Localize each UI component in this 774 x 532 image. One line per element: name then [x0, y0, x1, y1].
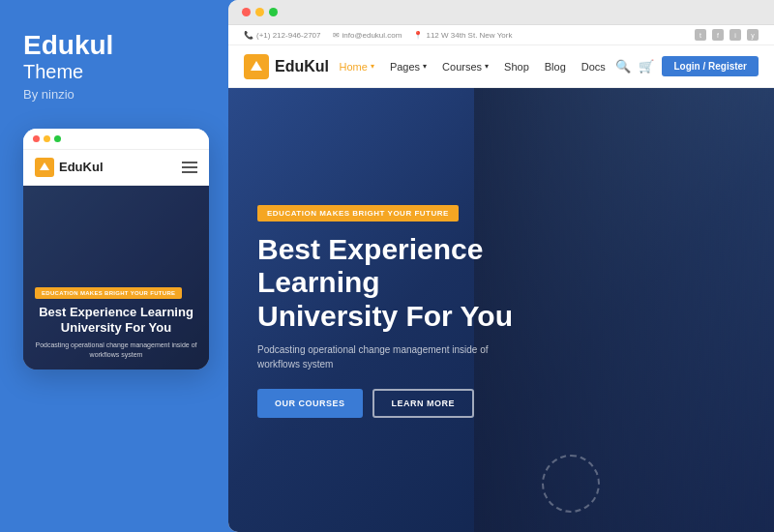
location-icon: 📍: [413, 31, 423, 40]
theme-author: By ninzio: [23, 87, 199, 102]
browser-dot-red: [242, 8, 251, 16]
nav-links: Home ▾ Pages ▾ Courses ▾ Shop Blog: [340, 61, 606, 73]
phone-icon: 📞: [244, 31, 253, 40]
instagram-icon[interactable]: i: [729, 29, 741, 41]
svg-marker-0: [40, 163, 49, 170]
infobar-right: t f i y: [695, 29, 759, 41]
phone-text: (+1) 212-946-2707: [256, 31, 321, 40]
desktop-hero: EDUCATION MAKES BRIGHT YOUR FUTURE Best …: [228, 88, 774, 532]
browser-dot-yellow: [255, 8, 264, 16]
hamburger-icon[interactable]: [182, 162, 197, 173]
mobile-logo-icon: [35, 158, 54, 177]
theme-subtitle: Theme: [23, 61, 199, 83]
infobar-phone: 📞 (+1) 212-946-2707: [244, 31, 321, 40]
desktop-content: 📞 (+1) 212-946-2707 ✉ info@edukul.com 📍 …: [228, 25, 774, 532]
nav-docs[interactable]: Docs: [581, 61, 606, 73]
left-panel: Edukul Theme By ninzio EduKul: [0, 0, 223, 532]
browser-topbar: [228, 0, 774, 25]
address-text: 112 W 34th St. New York: [426, 31, 512, 40]
theme-name: Edukul: [23, 31, 199, 61]
learn-more-button[interactable]: LEARN MORE: [372, 389, 475, 418]
desktop-infobar: 📞 (+1) 212-946-2707 ✉ info@edukul.com 📍 …: [228, 25, 774, 45]
mobile-logo: EduKul: [35, 158, 104, 177]
mobile-hero: EDUCATION MAKES BRIGHT YOUR FUTURE Best …: [23, 186, 209, 369]
hero-subtitle: Podcasting operational change management…: [257, 342, 528, 371]
nav-actions: 🔍 🛒 Login / Register: [615, 56, 759, 76]
mobile-nav: EduKul: [23, 150, 209, 186]
infobar-address: 📍 112 W 34th St. New York: [413, 31, 512, 40]
our-courses-button[interactable]: OUR COURSES: [257, 389, 363, 418]
mobile-mockup: EduKul EDUCATION MAKES BRIGHT YOUR FUTUR…: [23, 129, 209, 369]
hamburger-line-3: [182, 171, 197, 173]
nav-home[interactable]: Home ▾: [340, 61, 374, 73]
facebook-icon[interactable]: f: [712, 29, 724, 41]
hero-decorative-circle: [542, 455, 600, 513]
hero-content: EDUCATION MAKES BRIGHT YOUR FUTURE Best …: [228, 183, 577, 438]
desktop-nav: EduKul Home ▾ Pages ▾ Courses ▾ Shop: [228, 45, 774, 88]
mobile-window-dots: [33, 135, 61, 142]
nav-pages[interactable]: Pages ▾: [390, 61, 427, 73]
dot-red: [33, 135, 40, 142]
infobar-email: ✉ info@edukul.com: [333, 31, 402, 40]
nav-shop[interactable]: Shop: [504, 61, 529, 73]
mobile-badge: EDUCATION MAKES BRIGHT YOUR FUTURE: [35, 287, 182, 299]
chevron-down-icon: ▾: [423, 62, 427, 71]
hamburger-line-2: [182, 166, 197, 168]
desktop-logo-text: EduKul: [275, 58, 329, 75]
login-register-button[interactable]: Login / Register: [662, 56, 759, 76]
cart-icon[interactable]: 🛒: [639, 59, 654, 74]
nav-blog[interactable]: Blog: [545, 61, 566, 73]
twitter-icon[interactable]: t: [695, 29, 706, 41]
chevron-down-icon: ▾: [371, 62, 374, 71]
youtube-icon[interactable]: y: [747, 29, 759, 41]
right-panel: 📞 (+1) 212-946-2707 ✉ info@edukul.com 📍 …: [228, 0, 774, 532]
nav-courses[interactable]: Courses ▾: [442, 61, 489, 73]
hero-badge: EDUCATION MAKES BRIGHT YOUR FUTURE: [257, 205, 459, 222]
hero-title: Best Experience Learning University For …: [257, 233, 548, 334]
theme-title: Edukul Theme By ninzio: [23, 31, 199, 129]
mobile-hero-title: Best Experience Learning University For …: [35, 305, 197, 337]
infobar-left: 📞 (+1) 212-946-2707 ✉ info@edukul.com 📍 …: [244, 31, 512, 40]
dot-green: [54, 135, 61, 142]
browser-dot-green: [269, 8, 278, 16]
hamburger-line-1: [182, 162, 197, 163]
mobile-logo-text: EduKul: [59, 160, 104, 174]
dot-yellow: [44, 135, 50, 142]
desktop-logo-icon: [244, 54, 269, 79]
search-icon[interactable]: 🔍: [615, 59, 631, 74]
email-icon: ✉: [333, 31, 340, 40]
email-text: info@edukul.com: [342, 31, 402, 40]
desktop-logo: EduKul: [244, 54, 329, 79]
mobile-hero-subtitle: Podcasting operational change management…: [35, 340, 197, 360]
chevron-down-icon: ▾: [485, 62, 489, 71]
browser-window-dots: [242, 8, 278, 16]
hero-buttons: OUR COURSES LEARN MORE: [257, 389, 548, 418]
svg-marker-1: [251, 61, 262, 71]
mobile-topbar: [23, 129, 209, 150]
